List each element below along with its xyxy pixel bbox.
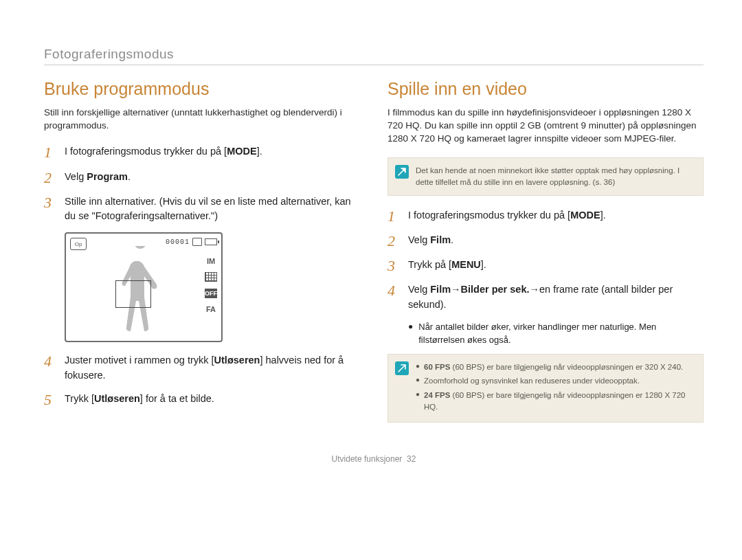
note-text: Det kan hende at noen minnekort ikke stø… <box>416 165 693 188</box>
lcd-icon-off: OFF <box>205 289 217 298</box>
lcd-counter: 00001 <box>166 238 190 246</box>
step-number: 3 <box>44 194 56 225</box>
shutter-key: Utløseren <box>214 355 260 366</box>
footer-label: Utvidete funksjoner <box>332 454 403 464</box>
text: (60 BPS) er bare tilgjengelig når videoo… <box>424 391 685 411</box>
note-item: ●60 FPS (60 BPS) er bare tilgjengelig nå… <box>416 361 693 373</box>
left-steps: 1 I fotograferingsmodus trykker du på [M… <box>44 144 360 224</box>
lcd-icon-grid <box>205 272 217 282</box>
section-header: Fotograferingsmodus <box>44 47 704 62</box>
step-2: 2 Velg Program. <box>44 170 360 186</box>
film-bold: Film <box>430 284 451 295</box>
mode-key: MODE <box>227 146 257 157</box>
right-intro: I filmmodus kan du spille inn høydefinis… <box>387 106 704 145</box>
menu-key: MENU <box>451 259 481 270</box>
text: I fotograferingsmodus trykker du på [ <box>408 210 570 221</box>
note-icon <box>395 165 409 179</box>
step-1: 1 I fotograferingsmodus trykker du på [M… <box>44 144 360 161</box>
step-body: Stille inn alternativer. (Hvis du vil se… <box>65 194 360 225</box>
step-2: 2 Velg Film. <box>387 233 704 249</box>
step-3: 3 Stille inn alternativer. (Hvis du vil … <box>44 194 360 225</box>
lcd-mode-icon: Op <box>70 238 87 250</box>
bullet-icon: ● <box>416 375 420 387</box>
bps-bold: Bilder per sek. <box>461 284 530 295</box>
left-title: Bruke programmodus <box>44 79 360 99</box>
step-number: 2 <box>387 233 400 249</box>
note-box-1: Det kan hende at noen minnekort ikke stø… <box>387 157 704 195</box>
right-title: Spille inn en video <box>387 79 704 99</box>
step-3: 3 Trykk på [MENU]. <box>387 258 704 274</box>
text: ]. <box>481 259 486 270</box>
bullet-icon: ● <box>416 361 420 373</box>
lcd-icon-im: IM <box>207 257 215 265</box>
fps-24: 24 FPS <box>424 391 450 399</box>
left-steps-continued: 4 Juster motivet i rammen og trykk [Utlø… <box>44 353 360 408</box>
lcd-top-right: 00001 <box>166 238 217 246</box>
divider <box>44 65 704 65</box>
note-icon <box>395 361 409 375</box>
text: (60 BPS) er bare tilgjengelig når videoo… <box>450 363 683 371</box>
text: Velg <box>65 171 87 182</box>
step-body: Trykk [Utløseren] for å ta et bilde. <box>65 392 360 408</box>
step-number: 5 <box>44 392 56 408</box>
step-body: Velg Film. <box>408 233 704 249</box>
lcd-icon-fa: FA <box>206 305 216 313</box>
mode-key: MODE <box>570 210 600 221</box>
note-item: ●Zoomforhold og synsvinkel kan reduseres… <box>416 375 693 387</box>
sd-card-icon <box>192 238 202 246</box>
note-list: ●60 FPS (60 BPS) er bare tilgjengelig nå… <box>416 361 693 416</box>
step-body: Juster motivet i rammen og trykk [Utløse… <box>65 353 360 383</box>
text: Velg <box>408 234 430 245</box>
step-body: I fotograferingsmodus trykker du på [MOD… <box>65 144 360 161</box>
text: Trykk på [ <box>408 259 451 270</box>
right-steps: 1 I fotograferingsmodus trykker du på [M… <box>387 208 704 313</box>
shutter-key: Utløseren <box>94 393 140 404</box>
step-4: 4 Juster motivet i rammen og trykk [Utlø… <box>44 353 360 383</box>
step-number: 1 <box>387 208 400 225</box>
note-box-2: ●60 FPS (60 BPS) er bare tilgjengelig nå… <box>387 354 704 423</box>
step-number: 4 <box>387 282 400 313</box>
step-number: 4 <box>44 353 56 383</box>
text: ] for å ta et bilde. <box>140 393 214 404</box>
page: Fotograferingsmodus Bruke programmodus S… <box>0 0 742 478</box>
fps-60: 60 FPS <box>424 363 450 371</box>
text: . <box>451 234 453 245</box>
film-bold: Film <box>430 234 451 245</box>
step-number: 2 <box>44 170 56 186</box>
arrow-icon: → <box>451 282 461 298</box>
arrow-icon: → <box>530 282 540 298</box>
text: ]. <box>257 146 262 157</box>
text: I fotograferingsmodus trykker du på [ <box>65 146 227 157</box>
page-number: 32 <box>407 454 416 464</box>
lcd-side-icons: IM OFF FA <box>205 257 217 313</box>
step-number: 3 <box>387 258 400 274</box>
step-4-bullet: ● Når antallet bilder øker, virker handl… <box>408 321 704 347</box>
left-intro: Still inn forskjellige alternativer (unn… <box>44 106 360 132</box>
text: . <box>128 171 131 182</box>
battery-icon <box>205 238 217 245</box>
bullet-icon: ● <box>408 321 413 347</box>
step-number: 1 <box>44 144 56 161</box>
text: Trykk [ <box>65 393 94 404</box>
lcd-illustration: Op 00001 IM OFF FA <box>65 232 223 342</box>
program-bold: Program <box>87 171 128 182</box>
text: Velg <box>408 284 430 295</box>
focus-box <box>115 280 151 308</box>
step-1: 1 I fotograferingsmodus trykker du på [M… <box>387 208 704 225</box>
page-footer: Utvidete funksjoner 32 <box>44 454 704 464</box>
note-item: ●24 FPS (60 BPS) er bare tilgjengelig nå… <box>416 390 693 412</box>
text: Juster motivet i rammen og trykk [ <box>65 355 214 366</box>
columns: Bruke programmodus Still inn forskjellig… <box>44 79 704 435</box>
step-body: Velg Program. <box>65 170 360 186</box>
step-4: 4 Velg Film → Bilder per sek. → en frame… <box>387 282 704 313</box>
text: Zoomforhold og synsvinkel kan reduseres … <box>424 375 640 387</box>
step-body: Velg Film → Bilder per sek. → en frame r… <box>408 282 704 313</box>
step-body: Trykk på [MENU]. <box>408 258 704 274</box>
right-column: Spille inn en video I filmmodus kan du s… <box>387 79 704 435</box>
left-column: Bruke programmodus Still inn forskjellig… <box>44 79 360 435</box>
step-body: I fotograferingsmodus trykker du på [MOD… <box>408 208 704 225</box>
step-5: 5 Trykk [Utløseren] for å ta et bilde. <box>44 392 360 408</box>
text: ]. <box>600 210 606 221</box>
bullet-text: Når antallet bilder øker, virker handlin… <box>418 321 704 347</box>
bullet-icon: ● <box>416 390 420 412</box>
